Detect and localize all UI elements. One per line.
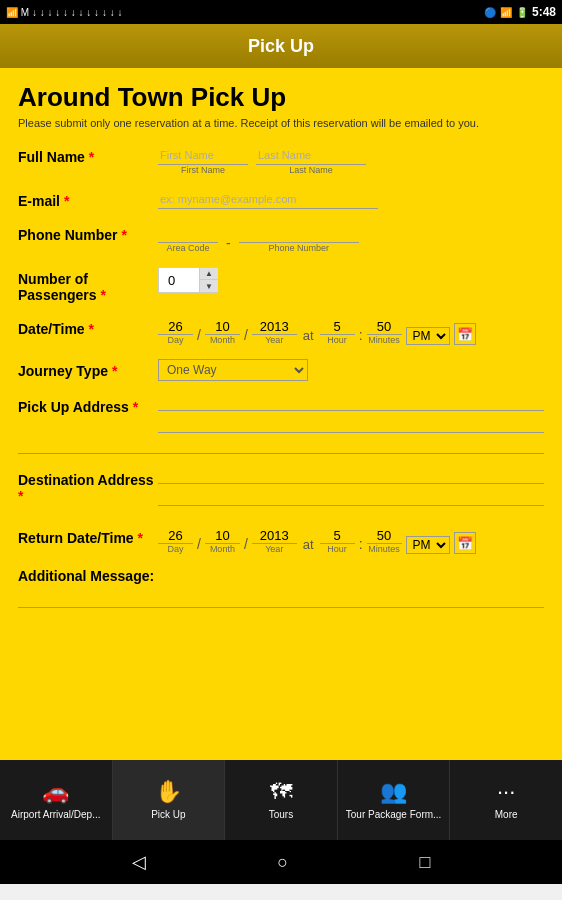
return-hour-group: Hour <box>320 526 355 554</box>
battery-icon: 🔋 <box>516 7 528 18</box>
journey-type-field: One Way Round Trip <box>158 359 544 381</box>
first-name-label: First Name <box>158 165 248 175</box>
nav-airport-label: Airport Arrival/Dep... <box>11 809 100 821</box>
datetime-field: Day / Month / Year at Hour <box>158 317 544 345</box>
return-month-group: Month <box>205 526 240 554</box>
area-code-label: Area Code <box>158 243 218 253</box>
return-calendar-icon[interactable]: 📅 <box>454 532 476 554</box>
destination-address-line2[interactable] <box>158 490 544 506</box>
nav-tours[interactable]: 🗺 Tours <box>225 760 338 840</box>
required-marker: * <box>112 363 117 379</box>
recent-apps-button[interactable]: □ <box>420 852 431 873</box>
phone-number-input[interactable] <box>239 224 359 243</box>
return-hour-input[interactable] <box>320 528 355 544</box>
journey-type-row: Journey Type * One Way Round Trip <box>18 359 544 381</box>
status-bar: 📶 M ↓ ↓ ↓ ↓ ↓ ↓ ↓ ↓ ↓ ↓ ↓ ↓ 🔵 📶 🔋 5:48 <box>0 0 562 24</box>
passengers-row: Number of Passengers * ▲ ▼ <box>18 267 544 303</box>
minutes-label: Minutes <box>367 335 402 345</box>
more-icon: ··· <box>497 779 515 805</box>
return-day-label: Day <box>158 544 193 554</box>
return-year-input[interactable] <box>252 528 297 544</box>
spinner-down-button[interactable]: ▼ <box>200 280 218 292</box>
phone-number-group: Phone Number <box>239 223 359 253</box>
additional-message-row: Additional Message: <box>18 568 544 608</box>
nav-pickup[interactable]: ✋ Pick Up <box>113 760 226 840</box>
email-field <box>158 189 544 209</box>
month-input[interactable] <box>205 319 240 335</box>
hour-input[interactable] <box>320 319 355 335</box>
destination-address-row: Destination Address * <box>18 468 544 512</box>
journey-type-select[interactable]: One Way Round Trip <box>158 359 308 381</box>
nav-more[interactable]: ··· More <box>450 760 562 840</box>
required-marker: * <box>89 321 94 337</box>
return-hour-label: Hour <box>320 544 355 554</box>
return-time-colon: : <box>359 536 363 554</box>
return-minutes-group: Minutes <box>367 526 402 554</box>
return-ampm-select[interactable]: PM AM <box>406 536 450 554</box>
full-name-field: First Name Last Name <box>158 145 544 175</box>
phone-field: Area Code - Phone Number <box>158 223 544 253</box>
year-input[interactable] <box>252 319 297 335</box>
datetime-row: Date/Time * Day / Month / <box>18 317 544 345</box>
main-content: Around Town Pick Up Please submit only o… <box>0 68 562 760</box>
passengers-input[interactable] <box>159 273 199 288</box>
email-label: E-mail * <box>18 189 158 209</box>
year-label: Year <box>252 335 297 345</box>
phone-number-label: Phone Number <box>239 243 359 253</box>
calendar-icon[interactable]: 📅 <box>454 323 476 345</box>
clock: 5:48 <box>532 5 556 19</box>
additional-message-input[interactable] <box>18 592 544 608</box>
system-nav: ◁ ○ □ <box>0 840 562 884</box>
spinner-buttons: ▲ ▼ <box>199 268 218 292</box>
last-name-input[interactable] <box>256 146 366 165</box>
pickup-icon: ✋ <box>155 779 182 805</box>
return-slash1: / <box>197 536 201 554</box>
home-button[interactable]: ○ <box>277 852 288 873</box>
pickup-address-line1[interactable] <box>158 395 544 411</box>
destination-address-label: Destination Address * <box>18 468 158 504</box>
required-marker: * <box>18 488 23 504</box>
spinner-up-button[interactable]: ▲ <box>200 268 218 280</box>
minutes-input[interactable] <box>367 319 402 335</box>
wifi-icon: 📶 <box>500 7 512 18</box>
pickup-address-line2[interactable] <box>158 417 544 433</box>
top-bar: Pick Up <box>0 24 562 68</box>
return-year-label: Year <box>252 544 297 554</box>
phone-row: Phone Number * Area Code - Phone Number <box>18 223 544 253</box>
return-slash2: / <box>244 536 248 554</box>
return-at-text: at <box>303 537 314 554</box>
pickup-address-row: Pick Up Address * <box>18 395 544 439</box>
nav-more-label: More <box>495 809 518 821</box>
email-input[interactable] <box>158 190 378 209</box>
minutes-group: Minutes <box>367 317 402 345</box>
pickup-address-label: Pick Up Address * <box>18 395 158 415</box>
return-month-input[interactable] <box>205 528 240 544</box>
first-name-group: First Name <box>158 145 248 175</box>
ampm-select[interactable]: PM AM <box>406 327 450 345</box>
day-group: Day <box>158 317 193 345</box>
day-input[interactable] <box>158 319 193 335</box>
return-datetime-label: Return Date/Time * <box>18 526 158 546</box>
return-datetime-row: Return Date/Time * Day / Month / <box>18 526 544 554</box>
required-marker: * <box>64 193 69 209</box>
return-day-group: Day <box>158 526 193 554</box>
last-name-group: Last Name <box>256 145 366 175</box>
required-marker: * <box>138 530 143 546</box>
hour-group: Hour <box>320 317 355 345</box>
phone-separator: - <box>226 235 231 253</box>
first-name-input[interactable] <box>158 146 248 165</box>
full-name-row: Full Name * First Name Last Name <box>18 145 544 175</box>
return-day-input[interactable] <box>158 528 193 544</box>
destination-address-line1[interactable] <box>158 468 544 484</box>
nav-airport[interactable]: 🚗 Airport Arrival/Dep... <box>0 760 113 840</box>
month-group: Month <box>205 317 240 345</box>
date-slash2: / <box>244 327 248 345</box>
year-group: Year <box>252 317 297 345</box>
hour-label: Hour <box>320 335 355 345</box>
email-row: E-mail * <box>18 189 544 209</box>
area-code-input[interactable] <box>158 224 218 243</box>
return-minutes-input[interactable] <box>367 528 402 544</box>
tours-icon: 🗺 <box>270 779 292 805</box>
nav-tourpackage[interactable]: 👥 Tour Package Form... <box>338 760 451 840</box>
back-button[interactable]: ◁ <box>132 851 146 873</box>
